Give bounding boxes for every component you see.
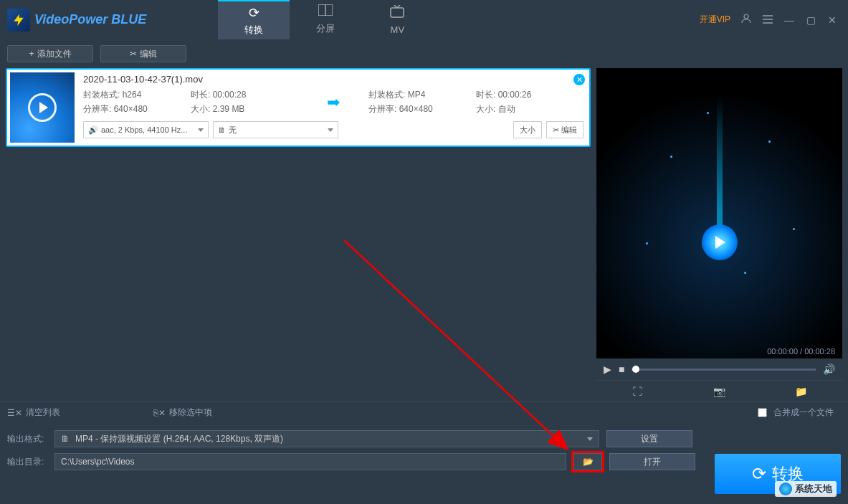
chevron-down-icon [328,128,333,132]
merge-checkbox[interactable]: 合并成一个文件 [758,406,834,419]
edit-button[interactable]: ✂ 编辑 [100,45,186,62]
watermark-icon [779,482,792,495]
scissors-icon: ✂ [553,125,559,135]
tab-mv[interactable]: MV [361,0,433,39]
browse-folder-button[interactable]: 📂 [573,453,602,470]
source-info-2: 时长: 00:00:28 大小: 2.39 MB [191,89,298,115]
audio-track-dropdown[interactable]: 🔊 aac, 2 Kbps, 44100 Hz... [83,121,209,138]
main-area: 2020-11-03-10-42-37(1).mov ✕ 封装格式: h264 … [0,68,848,401]
preview-play-icon [702,224,738,260]
output-dir-field[interactable]: C:\Users\pc\Videos [54,453,566,470]
main-tabs: ⟳ 转换 分屏 MV [218,0,433,39]
file-controls: 🔊 aac, 2 Kbps, 44100 Hz... 🗎 无 大小 ✂ 编辑 [83,121,583,138]
snapshot-icon[interactable]: 📷 [678,386,760,397]
merge-checkbox-input[interactable] [758,408,767,417]
mv-icon [390,5,404,22]
clear-list-button[interactable]: ☰✕ 清空列表 [7,406,60,419]
svg-rect-2 [391,8,404,17]
vip-link[interactable]: 开通VIP [700,14,730,26]
tab-split[interactable]: 分屏 [290,0,361,39]
arrow-right-icon: ➡ [327,93,340,112]
list-actions-bar: ☰✕ 清空列表 ⎘✕ 移除选中项 合并成一个文件 [0,401,848,423]
open-button[interactable]: 打开 [609,453,695,470]
preview-video[interactable]: 00:00:00 / 00:00:28 [596,68,842,358]
clear-icon: ☰✕ [7,408,22,418]
svg-point-3 [744,14,748,19]
file-card-body: 2020-11-03-10-42-37(1).mov ✕ 封装格式: h264 … [77,70,589,146]
settings-button[interactable]: 设置 [606,430,692,447]
maximize-icon[interactable]: ▢ [805,14,816,26]
remove-file-button[interactable]: ✕ [573,74,585,85]
file-thumbnail[interactable] [10,72,75,143]
progress-bar[interactable] [632,369,816,371]
preview-panel: 00:00:00 / 00:00:28 ▶ ■ 🔊 ⛶ 📷 📁 [596,68,842,401]
menu-icon[interactable] [762,14,773,26]
file-card[interactable]: 2020-11-03-10-42-37(1).mov ✕ 封装格式: h264 … [6,68,591,147]
edit-file-button[interactable]: ✂ 编辑 [546,121,583,138]
volume-icon[interactable]: 🔊 [823,363,835,375]
refresh-icon: ⟳ [752,464,766,484]
plus-icon: + [29,49,34,59]
app-logo-icon [7,9,30,32]
play-overlay-icon [28,93,57,122]
app-title: VideoPower BLUE [34,12,146,27]
source-info: 封装格式: h264 分辨率: 640×480 [83,89,184,115]
output-dir-label: 输出目录: [7,456,47,468]
remove-icon: ⎘✕ [153,408,166,418]
output-format-label: 输出格式: [7,433,47,445]
file-list: 2020-11-03-10-42-37(1).mov ✕ 封装格式: h264 … [0,68,596,401]
remove-selected-button[interactable]: ⎘✕ 移除选中项 [153,406,212,419]
logo-area: VideoPower BLUE [0,9,153,32]
preview-tools: ⛶ 📷 📁 [596,380,842,401]
chevron-down-icon [587,437,593,441]
split-icon [318,4,333,19]
subtitle-icon: 🗎 [218,125,226,134]
crop-icon[interactable]: ⛶ [596,386,678,397]
play-button[interactable]: ▶ [604,363,611,375]
titlebar: VideoPower BLUE ⟳ 转换 分屏 MV 开通VIP — ▢ ✕ [0,0,848,39]
speaker-icon: 🔊 [88,125,98,135]
convert-icon: ⟳ [249,5,259,21]
target-info: 封装格式: MP4 分辨率: 640×480 [368,89,469,115]
output-format-dropdown[interactable]: 🗎 MP4 - 保持源视频设置 (H.264; AAC, 128Kbps, 双声… [54,430,599,447]
subtitle-dropdown[interactable]: 🗎 无 [213,121,338,138]
target-info-2: 时长: 00:00:26 大小: 自动 [476,89,583,115]
watermark: 系统天地 [775,481,837,497]
format-icon: 🗎 [61,434,70,444]
close-icon[interactable]: ✕ [826,14,838,26]
chevron-down-icon [198,128,204,132]
user-icon[interactable] [740,14,752,26]
player-controls: ▶ ■ 🔊 [596,358,842,380]
tab-convert[interactable]: ⟳ 转换 [218,0,290,39]
window-controls: 开通VIP — ▢ ✕ [700,14,848,26]
time-display: 00:00:00 / 00:00:28 [767,347,835,356]
minimize-icon[interactable]: — [783,14,795,26]
progress-knob[interactable] [632,366,639,373]
toolbar: + 添加文件 ✂ 编辑 [0,39,848,68]
scissors-icon: ✂ [130,49,137,59]
file-name: 2020-11-03-10-42-37(1).mov [83,74,583,85]
add-file-button[interactable]: + 添加文件 [7,45,93,62]
file-info: 封装格式: h264 分辨率: 640×480 时长: 00:00:28 大小:… [83,89,583,115]
folder-icon[interactable]: 📁 [761,386,842,397]
folder-open-icon: 📂 [583,457,594,467]
size-button[interactable]: 大小 [513,121,542,138]
stop-button[interactable]: ■ [619,363,624,375]
